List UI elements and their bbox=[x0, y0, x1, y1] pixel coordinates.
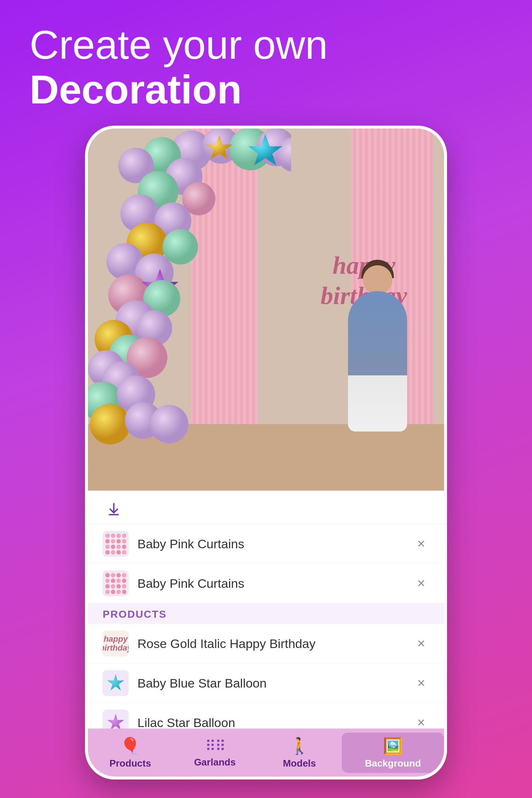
item-name-4: Baby Blue Star Balloon bbox=[137, 676, 413, 690]
item-thumb-5 bbox=[103, 710, 129, 729]
header-section: Create your own Decoration bbox=[30, 22, 328, 112]
remove-item-5[interactable]: × bbox=[413, 715, 429, 729]
items-list: Baby Pink Curtains × Baby Pink Curtains bbox=[88, 524, 444, 729]
scene-area: happy birthday bbox=[88, 129, 444, 491]
nav-label-products: Products bbox=[109, 758, 151, 769]
list-item: Baby Pink Curtains × bbox=[88, 524, 444, 564]
person-head bbox=[363, 265, 392, 295]
item-name-2: Baby Pink Curtains bbox=[137, 576, 413, 591]
nav-item-garlands[interactable]: ⠿⠿ Garlands bbox=[173, 734, 257, 772]
lilac-star-thumb bbox=[107, 714, 125, 729]
nav-item-background[interactable]: 🖼️ Background bbox=[342, 733, 444, 773]
bottom-panel: Baby Pink Curtains × Baby Pink Curtains bbox=[88, 491, 444, 777]
svg-point-30 bbox=[90, 404, 130, 444]
list-item: Baby Pink Curtains × bbox=[88, 564, 444, 603]
person-body bbox=[348, 291, 407, 432]
item-thumb-1 bbox=[103, 531, 129, 557]
download-row bbox=[88, 491, 444, 524]
nav-label-background: Background bbox=[365, 758, 421, 769]
svg-point-32 bbox=[150, 405, 188, 443]
products-icon: 🎈 bbox=[120, 736, 140, 756]
remove-item-4[interactable]: × bbox=[413, 675, 429, 691]
item-name-1: Baby Pink Curtains bbox=[137, 537, 413, 551]
nav-label-garlands: Garlands bbox=[194, 757, 236, 768]
phone-mockup: happy birthday bbox=[85, 126, 447, 780]
header-line1: Create your own bbox=[30, 22, 328, 67]
person-figure bbox=[348, 291, 407, 432]
header-line2: Decoration bbox=[30, 67, 328, 112]
bottom-nav: 🎈 Products ⠿⠿ Garlands 🚶 Models 🖼️ Backg… bbox=[88, 729, 444, 777]
blue-star-thumb bbox=[107, 674, 125, 692]
nav-label-models: Models bbox=[283, 758, 316, 769]
item-thumb-3: happybirthday bbox=[103, 631, 129, 657]
item-thumb-2 bbox=[103, 570, 129, 596]
nav-item-models[interactable]: 🚶 Models bbox=[257, 733, 342, 773]
models-icon: 🚶 bbox=[289, 736, 310, 756]
nav-item-products[interactable]: 🎈 Products bbox=[88, 733, 173, 773]
item-name-5: Lilac Star Balloon bbox=[137, 716, 413, 729]
list-item: happybirthday Rose Gold Italic Happy Bir… bbox=[88, 624, 444, 664]
remove-item-3[interactable]: × bbox=[413, 635, 429, 652]
list-item: Lilac Star Balloon × bbox=[88, 703, 444, 729]
phone-screen: happy birthday bbox=[88, 129, 444, 777]
item-thumb-4 bbox=[103, 670, 129, 696]
list-item: Baby Blue Star Balloon × bbox=[88, 664, 444, 703]
products-section-label: PRODUCTS bbox=[88, 603, 444, 624]
remove-item-1[interactable]: × bbox=[413, 536, 429, 552]
download-button[interactable] bbox=[103, 498, 125, 520]
remove-item-2[interactable]: × bbox=[413, 575, 429, 591]
garlands-icon: ⠿⠿ bbox=[205, 737, 225, 754]
balloon-garland bbox=[88, 129, 291, 461]
item-name-3: Rose Gold Italic Happy Birthday bbox=[137, 637, 413, 651]
background-icon: 🖼️ bbox=[383, 736, 403, 756]
